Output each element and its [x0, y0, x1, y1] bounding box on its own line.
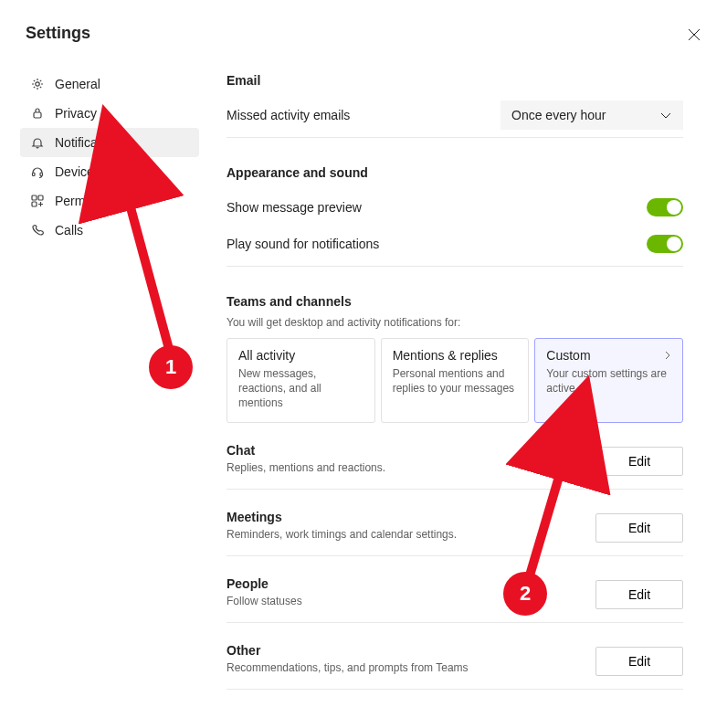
sidebar-item-general[interactable]: General [20, 69, 199, 99]
people-edit-button[interactable]: Edit [595, 580, 683, 609]
chevron-right-icon [662, 350, 673, 361]
page-title: Settings [26, 24, 90, 43]
sidebar-item-label: Devices [55, 164, 100, 179]
other-desc: Recommendations, tips, and prompts from … [227, 661, 469, 674]
card-mentions-replies[interactable]: Mentions & replies Personal mentions and… [381, 338, 530, 423]
svg-rect-6 [32, 195, 37, 200]
svg-rect-5 [40, 173, 43, 176]
sidebar-item-notifications[interactable]: Notifications [20, 128, 199, 157]
people-heading: People [227, 576, 302, 591]
svg-rect-7 [38, 195, 43, 200]
meetings-desc: Reminders, work timings and calendar set… [227, 528, 457, 541]
settings-sidebar: General Privacy Notifications Devices Pe… [20, 69, 199, 245]
play-sound-toggle[interactable] [647, 235, 683, 253]
bell-icon [29, 134, 46, 151]
svg-point-2 [36, 82, 39, 86]
chevron-down-icon [659, 109, 672, 121]
card-desc: Your custom settings are active. [546, 366, 671, 396]
card-title: All activity [238, 348, 364, 363]
card-all-activity[interactable]: All activity New messages, reactions, an… [227, 338, 375, 423]
show-preview-toggle[interactable] [647, 198, 683, 216]
svg-rect-8 [32, 202, 37, 206]
svg-rect-4 [33, 173, 36, 176]
phone-icon [29, 222, 46, 238]
other-edit-button[interactable]: Edit [595, 647, 683, 676]
missed-activity-dropdown[interactable]: Once every hour [500, 100, 683, 130]
missed-activity-label: Missed activity emails [227, 108, 350, 122]
sidebar-item-calls[interactable]: Calls [20, 216, 199, 245]
other-heading: Other [227, 643, 469, 658]
sidebar-item-privacy[interactable]: Privacy [20, 99, 199, 128]
chat-edit-button[interactable]: Edit [595, 447, 683, 476]
svg-rect-3 [34, 112, 41, 118]
people-desc: Follow statuses [227, 595, 302, 607]
sidebar-item-devices[interactable]: Devices [20, 157, 199, 186]
annotation-badge-2: 2 [503, 572, 547, 616]
card-title: Custom [546, 348, 671, 363]
sidebar-item-label: Notifications [55, 135, 124, 150]
sidebar-item-label: Calls [55, 223, 83, 237]
gear-icon [29, 76, 46, 92]
annotation-badge-1: 1 [149, 345, 193, 389]
close-icon [688, 28, 701, 41]
close-button[interactable] [685, 26, 703, 44]
show-preview-label: Show message preview [227, 200, 362, 215]
meetings-heading: Meetings [227, 510, 457, 524]
chat-heading: Chat [227, 443, 385, 458]
meetings-edit-button[interactable]: Edit [595, 513, 683, 543]
sidebar-item-label: General [55, 77, 100, 91]
apps-icon [29, 193, 46, 209]
missed-activity-value: Once every hour [511, 108, 606, 122]
card-desc: New messages, reactions, and all mention… [238, 366, 364, 411]
chat-desc: Replies, mentions and reactions. [227, 461, 385, 474]
headset-icon [29, 164, 46, 180]
section-heading-teams: Teams and channels [227, 294, 683, 309]
settings-main: Email Missed activity emails Once every … [227, 73, 683, 690]
sidebar-item-label: Privacy [55, 106, 97, 121]
sidebar-item-label: Permissions [55, 194, 124, 208]
card-custom[interactable]: Custom Your custom settings are active. [534, 338, 683, 423]
section-heading-appearance: Appearance and sound [227, 165, 683, 180]
card-title: Mentions & replies [393, 348, 518, 363]
sidebar-item-permissions[interactable]: Permissions [20, 186, 199, 216]
play-sound-label: Play sound for notifications [227, 237, 379, 251]
section-heading-email: Email [227, 73, 683, 88]
teams-description: You will get desktop and activity notifi… [227, 316, 683, 329]
lock-icon [29, 105, 46, 121]
card-desc: Personal mentions and replies to your me… [393, 366, 518, 396]
